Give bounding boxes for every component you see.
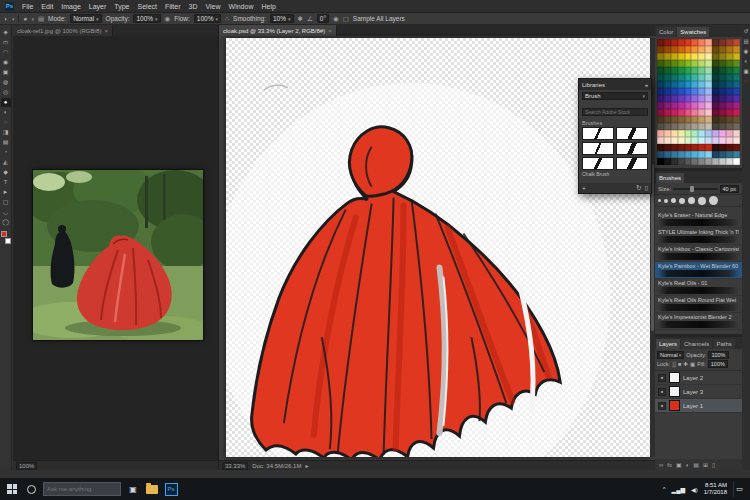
brush-preset[interactable]: STYLE Ultimate Inking Thick 'n Thin bbox=[655, 228, 742, 245]
color-swatch[interactable] bbox=[726, 151, 733, 158]
dodge-tool-icon[interactable]: ◭ bbox=[1, 158, 11, 167]
color-swatch[interactable] bbox=[726, 158, 733, 165]
angle-field[interactable]: 0° bbox=[317, 14, 329, 23]
brush-preset[interactable]: Kyle's Impressionist Blender 2 bbox=[655, 313, 742, 330]
zoom-field-left[interactable]: 100% bbox=[16, 462, 37, 470]
color-swatch[interactable] bbox=[719, 67, 726, 74]
adjustment-layer-icon[interactable]: ◐ bbox=[686, 462, 690, 468]
color-swatch[interactable] bbox=[698, 116, 705, 123]
brush-tool-icon[interactable]: ● bbox=[1, 98, 11, 107]
brush-preset[interactable]: Kyle's Paintbox - Wet Blender 60 bbox=[655, 262, 742, 279]
color-swatch[interactable] bbox=[657, 144, 664, 151]
brush-angle-icon[interactable]: ∠ bbox=[307, 15, 313, 23]
healing-brush-tool-icon[interactable]: ◎ bbox=[1, 88, 11, 97]
history-panel-icon[interactable]: ↺ bbox=[743, 28, 750, 35]
color-swatch[interactable] bbox=[678, 130, 685, 137]
color-swatch[interactable] bbox=[726, 102, 733, 109]
color-swatch[interactable] bbox=[691, 95, 698, 102]
color-swatch[interactable] bbox=[705, 81, 712, 88]
color-swatch[interactable] bbox=[691, 88, 698, 95]
color-swatch[interactable] bbox=[712, 151, 719, 158]
reference-photo-canvas[interactable] bbox=[33, 170, 203, 340]
opacity-select[interactable]: 100%▾ bbox=[133, 14, 160, 23]
color-swatch[interactable] bbox=[726, 46, 733, 53]
color-swatch[interactable] bbox=[678, 39, 685, 46]
color-swatch[interactable] bbox=[657, 158, 664, 165]
color-swatch[interactable] bbox=[671, 74, 678, 81]
pressure-size-icon[interactable]: ◉ bbox=[333, 15, 339, 23]
color-swatch[interactable] bbox=[678, 74, 685, 81]
quick-selection-tool-icon[interactable]: ◉ bbox=[1, 58, 11, 67]
library-brush-item[interactable] bbox=[582, 157, 614, 170]
color-swatch[interactable] bbox=[657, 109, 664, 116]
lock-pixels-icon[interactable]: ■ bbox=[678, 361, 681, 367]
layer-visibility-toggle[interactable]: ● bbox=[658, 374, 666, 382]
smoothing-select[interactable]: 10%▾ bbox=[270, 14, 294, 23]
volume-icon[interactable]: ◀) bbox=[691, 486, 698, 493]
libraries-panel-icon[interactable]: ▣ bbox=[743, 68, 750, 75]
color-swatch[interactable] bbox=[698, 123, 705, 130]
library-brush-item[interactable] bbox=[582, 127, 614, 140]
menu-filter[interactable]: Filter bbox=[165, 3, 181, 10]
color-swatch[interactable] bbox=[678, 151, 685, 158]
color-swatch[interactable] bbox=[664, 81, 671, 88]
smoothing-gear-icon[interactable]: ✱ bbox=[298, 15, 303, 23]
color-swatch[interactable] bbox=[705, 60, 712, 67]
color-swatch[interactable] bbox=[678, 144, 685, 151]
menu-select[interactable]: Select bbox=[138, 3, 157, 10]
color-swatch[interactable] bbox=[685, 151, 692, 158]
color-swatch[interactable] bbox=[691, 46, 698, 53]
color-swatch[interactable] bbox=[671, 130, 678, 137]
menu-layer[interactable]: Layer bbox=[89, 3, 107, 10]
color-swatch[interactable] bbox=[733, 46, 740, 53]
gradient-tool-icon[interactable]: ▤ bbox=[1, 138, 11, 147]
color-swatch[interactable] bbox=[705, 88, 712, 95]
adjustments-panel-icon[interactable]: ◐ bbox=[743, 58, 750, 65]
color-swatch[interactable] bbox=[719, 102, 726, 109]
color-swatch[interactable] bbox=[726, 81, 733, 88]
color-swatch[interactable] bbox=[671, 60, 678, 67]
color-swatch[interactable] bbox=[705, 39, 712, 46]
airbrush-icon[interactable]: ∴ bbox=[225, 15, 229, 23]
color-swatch[interactable] bbox=[691, 81, 698, 88]
file-explorer-button[interactable] bbox=[145, 482, 159, 497]
close-icon[interactable]: × bbox=[328, 28, 332, 34]
color-swatch[interactable] bbox=[719, 116, 726, 123]
color-swatch[interactable] bbox=[705, 53, 712, 60]
color-swatch[interactable] bbox=[671, 102, 678, 109]
color-swatch[interactable] bbox=[657, 88, 664, 95]
color-swatch[interactable] bbox=[657, 102, 664, 109]
color-swatch[interactable] bbox=[733, 60, 740, 67]
color-swatch[interactable] bbox=[685, 46, 692, 53]
layer-row[interactable]: ●Layer 2 bbox=[655, 371, 742, 385]
color-swatch[interactable] bbox=[719, 60, 726, 67]
lock-all-icon[interactable]: ▣ bbox=[690, 361, 695, 367]
color-swatch[interactable] bbox=[712, 88, 719, 95]
menu-help[interactable]: Help bbox=[261, 3, 275, 10]
color-swatch[interactable] bbox=[671, 109, 678, 116]
color-swatch[interactable] bbox=[664, 74, 671, 81]
color-swatch[interactable] bbox=[705, 109, 712, 116]
layer-group-icon[interactable]: ▤ bbox=[693, 461, 699, 468]
lock-transparency-icon[interactable]: ▒ bbox=[672, 361, 676, 367]
blur-tool-icon[interactable]: ◔ bbox=[1, 148, 11, 157]
color-swatch[interactable] bbox=[691, 53, 698, 60]
color-swatch[interactable] bbox=[698, 137, 705, 144]
color-swatch[interactable] bbox=[719, 109, 726, 116]
color-swatch[interactable] bbox=[691, 151, 698, 158]
color-swatch[interactable] bbox=[712, 95, 719, 102]
color-swatch[interactable] bbox=[733, 130, 740, 137]
color-swatch[interactable] bbox=[664, 151, 671, 158]
color-swatch[interactable] bbox=[685, 102, 692, 109]
color-swatch[interactable] bbox=[664, 53, 671, 60]
color-swatch[interactable] bbox=[685, 53, 692, 60]
color-swatch[interactable] bbox=[691, 130, 698, 137]
brush-tip-icon[interactable] bbox=[709, 196, 718, 205]
color-swatch[interactable] bbox=[712, 67, 719, 74]
color-swatch[interactable] bbox=[664, 130, 671, 137]
color-swatch[interactable] bbox=[691, 158, 698, 165]
lock-position-icon[interactable]: ✚ bbox=[683, 361, 688, 367]
color-swatch[interactable] bbox=[733, 102, 740, 109]
pen-tool-icon[interactable]: ◆ bbox=[1, 168, 11, 177]
color-swatch[interactable] bbox=[719, 123, 726, 130]
